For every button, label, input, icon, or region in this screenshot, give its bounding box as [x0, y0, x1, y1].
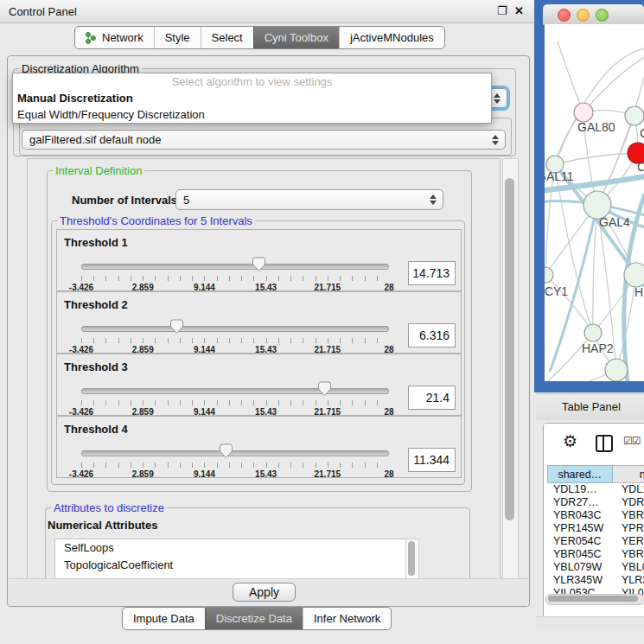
- network-node-label: GCY1: [545, 284, 568, 298]
- combo-stepper-icon: [492, 135, 499, 145]
- minimize-traffic-icon[interactable]: [577, 9, 590, 22]
- attributes-list-scrollbar[interactable]: [405, 539, 419, 582]
- slider-ticks: [81, 338, 389, 343]
- slider-track[interactable]: [81, 388, 389, 394]
- threshold-2-valuebox[interactable]: 6.316: [408, 323, 456, 348]
- slider-track[interactable]: [81, 450, 389, 456]
- cell-shared-name[interactable]: YLR345W: [547, 574, 612, 587]
- algorithm-option-equal-width[interactable]: Equal Width/Frequency Discretization: [13, 106, 491, 123]
- gear-icon[interactable]: ⚙: [563, 431, 577, 451]
- number-of-intervals-combobox[interactable]: 5: [175, 189, 443, 210]
- table-row[interactable]: YDR27…YDR2: [547, 496, 644, 509]
- network-node-label: C: [637, 160, 644, 174]
- tab-discretize-data[interactable]: Discretize Data: [205, 608, 303, 629]
- threshold-4-slider[interactable]: -3.4262.8599.14415.4321.71528: [81, 446, 389, 477]
- cell-shared-name[interactable]: YBR043C: [547, 509, 612, 522]
- slider-thumb[interactable]: [169, 319, 184, 335]
- network-node[interactable]: [574, 103, 593, 122]
- float-window-icon[interactable]: ❐: [497, 4, 507, 17]
- cell-name[interactable]: YPR1: [612, 522, 644, 535]
- cell-name[interactable]: YLR3: [612, 574, 644, 587]
- tab-jactivemnodules[interactable]: jActiveMNodules: [339, 27, 444, 48]
- threshold-1-slider[interactable]: -3.4262.8599.14415.4321.71528: [81, 259, 389, 290]
- threshold-1-row: Threshold 1 -3.4262.8599.14415.4321.7152…: [56, 229, 462, 291]
- tab-network[interactable]: Network: [75, 27, 154, 48]
- table-panel-title: Table Panel: [562, 400, 621, 413]
- network-graph[interactable]: GAL80GCGAL11GAL4GCY1HHAP2: [545, 24, 644, 381]
- column-header-name[interactable]: na: [613, 465, 644, 483]
- cell-name[interactable]: YBL0: [612, 561, 644, 574]
- cell-name[interactable]: YBR0: [612, 509, 644, 522]
- tab-style[interactable]: Style: [154, 27, 201, 48]
- cell-shared-name[interactable]: YDL19…: [547, 483, 612, 496]
- close-traffic-icon[interactable]: [558, 9, 571, 22]
- column-header-shared-name[interactable]: shared…: [547, 465, 613, 483]
- network-node[interactable]: [545, 267, 553, 283]
- threshold-4-row: Threshold 4 -3.4262.8599.14415.4321.7152…: [56, 416, 462, 478]
- tab-select[interactable]: Select: [201, 27, 253, 48]
- slider-thumb[interactable]: [252, 257, 266, 272]
- table-row[interactable]: YPR145WYPR1: [547, 522, 644, 535]
- table-hscrollbar-thumb[interactable]: [548, 596, 638, 602]
- network-canvas[interactable]: GAL80GCGAL11GAL4GCY1HHAP2: [545, 24, 644, 381]
- table-row[interactable]: YDL19…YDL1: [547, 483, 644, 496]
- table-row[interactable]: YER054CYER0: [547, 535, 644, 548]
- select-columns-icon[interactable]: ☑☑: [623, 435, 641, 447]
- table-row[interactable]: YBR045CYBR0: [547, 548, 644, 561]
- threshold-4-label: Threshold 4: [64, 423, 128, 436]
- numerical-attributes-list[interactable]: SelfLoopsTopologicalCoefficientBetweenne…: [54, 539, 407, 582]
- cell-name[interactable]: YDR2: [612, 496, 644, 509]
- attributes-group-label: Attributes to discretize: [51, 501, 167, 514]
- tab-infer-network[interactable]: Infer Network: [303, 608, 391, 629]
- cell-name[interactable]: YBR0: [612, 548, 644, 561]
- close-window-icon[interactable]: ✕: [514, 4, 524, 17]
- attribute-item[interactable]: TopologicalCoefficient: [55, 557, 406, 574]
- slider-thumb[interactable]: [219, 443, 233, 459]
- tab-cyni-toolbox[interactable]: Cyni Toolbox: [253, 27, 339, 48]
- threshold-1-valuebox[interactable]: 14.713: [408, 261, 456, 285]
- network-edge[interactable]: [558, 41, 583, 112]
- threshold-3-slider[interactable]: -3.4262.8599.14415.4321.71528: [81, 384, 389, 415]
- settings-scrollbar[interactable]: [502, 158, 519, 580]
- network-node[interactable]: [584, 324, 602, 341]
- settings-scrollbar-thumb[interactable]: [505, 178, 514, 520]
- threshold-2-slider[interactable]: -3.4262.8599.14415.4321.71528: [81, 322, 389, 353]
- algorithm-placeholder-option[interactable]: Select algorithm to view settings: [13, 73, 491, 90]
- slider-thumb[interactable]: [317, 381, 332, 397]
- network-node-label: GAL80: [577, 120, 615, 134]
- table-hscrollbar[interactable]: [545, 594, 644, 605]
- slider-track[interactable]: [81, 264, 389, 270]
- cell-shared-name[interactable]: YDR27…: [547, 496, 612, 509]
- cell-shared-name[interactable]: YBR045C: [547, 548, 612, 561]
- tab-impute-data[interactable]: Impute Data: [123, 608, 205, 629]
- cell-shared-name[interactable]: YER054C: [547, 535, 612, 548]
- network-edge[interactable]: [555, 153, 638, 164]
- apply-strip: Apply: [9, 578, 528, 606]
- split-columns-icon[interactable]: [596, 435, 613, 452]
- algorithm-dropdown-popup: Select algorithm to view settings Manual…: [12, 73, 492, 124]
- cell-shared-name[interactable]: YPR145W: [547, 522, 612, 535]
- tick-label: 15.43: [255, 469, 277, 479]
- threshold-4-valuebox[interactable]: 11.344: [408, 448, 456, 472]
- table-row[interactable]: YBL079WYBL0: [547, 561, 644, 574]
- threshold-3-valuebox[interactable]: 21.4: [408, 386, 456, 410]
- network-node[interactable]: [625, 106, 644, 125]
- table-data-combobox[interactable]: galFiltered.sif default node: [22, 130, 506, 150]
- apply-button[interactable]: Apply: [233, 583, 296, 602]
- slider-ticks: [81, 400, 389, 405]
- table-rows: YDL19…YDL1YDR27…YDR2YBR043CYBR0YPR145WYP…: [547, 483, 644, 600]
- cell-shared-name[interactable]: YBL079W: [547, 561, 612, 574]
- network-edge[interactable]: [545, 333, 593, 381]
- cell-name[interactable]: YER0: [612, 535, 644, 548]
- cell-name[interactable]: YDL1: [612, 483, 644, 496]
- zoom-traffic-icon[interactable]: [596, 9, 609, 22]
- table-row[interactable]: YBR043CYBR0: [547, 509, 644, 522]
- algorithm-option-manual[interactable]: Manual Discretization: [13, 90, 491, 106]
- network-node[interactable]: [624, 263, 644, 287]
- slider-track[interactable]: [81, 326, 389, 332]
- network-node[interactable]: [605, 359, 628, 381]
- threshold-2-label: Threshold 2: [64, 298, 128, 311]
- table-row[interactable]: YLR345WYLR3: [547, 574, 644, 587]
- tick-label: 28: [384, 469, 393, 479]
- attribute-item[interactable]: SelfLoops: [55, 539, 406, 557]
